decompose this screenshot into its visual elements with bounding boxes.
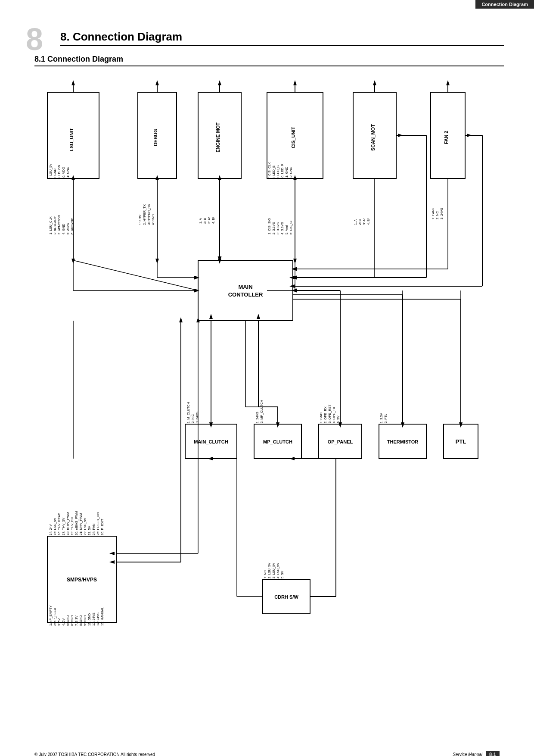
svg-text:19: THV_EN: 19: THV_EN: [70, 517, 74, 535]
svg-text:2: OPE_RX: 2: OPE_RX: [323, 406, 327, 423]
svg-text:CONTOLLER: CONTOLLER: [228, 291, 263, 298]
svg-text:1: GND: 1: GND: [319, 412, 323, 423]
svg-text:CDRH S/W: CDRH S/W: [274, 594, 298, 600]
svg-text:1: M_CLUTCH: 1: M_CLUTCH: [186, 402, 190, 423]
svg-text:1: 3.3V: 1: 3.3V: [379, 413, 383, 423]
svg-text:2: nLREADY: 2: nLREADY: [53, 216, 57, 234]
svg-text:20: nBIAS_PWM: 20: nBIAS_PWM: [75, 511, 78, 535]
svg-text:2: N.C: 2: N.C: [191, 414, 195, 423]
svg-text:25: FUSER_ON: 25: FUSER_ON: [96, 512, 100, 535]
svg-text:3: HYPER_RX: 3: HYPER_RX: [147, 204, 151, 225]
svg-text:7: CIS_CLK: 7: CIS_CLK: [267, 162, 271, 179]
svg-text:6: CIS_SI: 6: CIS_SI: [289, 221, 293, 234]
svg-text:24: FAN: 24: FAN: [92, 524, 96, 535]
svg-line-42: [73, 260, 198, 291]
svg-marker-168: [293, 259, 297, 264]
diagram-svg: LSU_UNIT DEBUG ENGINE MOT CIS_UNIT SCAN_…: [34, 79, 500, 734]
manual-label: Service Manual: [453, 752, 482, 756]
svg-text:3: nPMOTOR: 3: nPMOTOR: [57, 215, 61, 234]
page-number: 8-1: [486, 751, 500, 756]
section-title: 8.1 Connection Diagram: [34, 55, 504, 66]
svg-text:3: 5V: 3: 5V: [57, 618, 61, 626]
svg-text:11: 24VS: 11: 24VS: [92, 612, 96, 626]
svg-text:3: LSU_5V: 3: LSU_5V: [272, 563, 276, 578]
svg-text:ENGINE MOT: ENGINE MOT: [215, 122, 220, 153]
svg-text:3: 3.3VS: 3: 3.3VS: [276, 222, 280, 234]
svg-text:2: NC: 2: NC: [435, 211, 439, 219]
copyright-text: © July 2007 TOSHIBA TEC CORPORATION All …: [34, 752, 155, 756]
svg-text:1: 3.3V: 1: 3.3V: [138, 215, 142, 225]
svg-text:10: GND: 10: GND: [87, 613, 91, 626]
svg-text:4: OPE_TX: 4: OPE_TX: [332, 407, 336, 423]
svg-text:2: B: 2: B: [203, 218, 207, 224]
svg-text:5: Vref: 5: Vref: [285, 225, 289, 234]
svg-text:6: GND: 6: GND: [70, 615, 74, 626]
svg-text:2: LSU_5V: 2: LSU_5V: [267, 563, 271, 578]
svg-text:1: nP_EMPTY: 1: nP_EMPTY: [49, 605, 53, 626]
svg-text:THERMISTOR: THERMISTOR: [387, 439, 419, 444]
svg-text:3: OPE_RST: 3: OPE_RST: [328, 404, 332, 423]
svg-text:26: P_EXIT: 26: P_EXIT: [100, 519, 104, 535]
svg-text:9: LD_ON: 9: LD_ON: [57, 165, 61, 179]
svg-text:2: 3.3VS: 2: 3.3VS: [272, 222, 276, 234]
svg-text:5: 5V: 5: 5V: [280, 571, 284, 578]
svg-text:4: B/: 4: B/: [366, 218, 370, 225]
svg-text:5: 5V: 5: 5V: [336, 415, 340, 423]
svg-text:MAIN: MAIN: [238, 284, 252, 290]
svg-text:7: LSU_5V: 7: LSU_5V: [49, 164, 53, 179]
footer: © July 2007 TOSHIBA TEC CORPORATION All …: [0, 748, 534, 756]
svg-text:1: A: 1: A: [354, 219, 357, 225]
svg-text:4: GND: 4: GND: [62, 223, 65, 234]
svg-text:17: THV_5V: 17: THV_5V: [62, 518, 65, 535]
svg-text:PTL: PTL: [456, 438, 466, 445]
svg-marker-178: [467, 134, 472, 137]
svg-text:CIS_UNIT: CIS_UNIT: [291, 127, 296, 148]
svg-text:13: MANUAL: 13: MANUAL: [100, 607, 104, 626]
svg-text:SMPS/HVPS: SMPS/HVPS: [67, 577, 97, 583]
svg-text:2: nP_FEED: 2: nP_FEED: [53, 608, 57, 626]
svg-text:1: 24VS: 1: 24VS: [255, 412, 259, 423]
svg-text:MP_CLUTCH: MP_CLUTCH: [263, 439, 292, 444]
svg-text:8: GND: 8: GND: [53, 168, 57, 179]
svg-marker-162: [155, 259, 159, 264]
svg-text:8: LED_B: 8: LED_B: [272, 166, 276, 179]
svg-text:4: LSU_5V: 4: LSU_5V: [276, 563, 280, 578]
svg-text:2: MP_CLUTCH: 2: MP_CLUTCH: [260, 400, 264, 423]
svg-text:SCAN_MOT: SCAN_MOT: [370, 124, 376, 151]
svg-text:9: LED_G: 9: LED_G: [276, 165, 280, 179]
svg-text:15: LSU_5V: 15: LSU_5V: [53, 518, 57, 535]
svg-marker-38: [373, 80, 376, 85]
chapter-title: 8. Connection Diagram: [60, 30, 504, 46]
svg-text:14: 24V: 14: 24V: [49, 524, 53, 535]
svg-text:1: A: 1: A: [199, 218, 202, 224]
svg-text:3: 24VS: 3: 24VS: [440, 208, 444, 219]
svg-text:10: VDO: 10: VDO: [62, 167, 65, 179]
svg-text:11: GND: 11: GND: [285, 166, 289, 179]
svg-text:4: 3.3VS: 4: 3.3VS: [280, 222, 284, 234]
svg-text:18: nTHV_PWM: 18: nTHV_PWM: [66, 512, 70, 535]
svg-marker-159: [71, 259, 75, 264]
svg-text:2: PTL: 2: PTL: [384, 414, 388, 423]
svg-marker-198: [179, 317, 183, 322]
svg-text:22: LSU_5V: 22: LSU_5V: [83, 518, 87, 535]
svg-marker-34: [218, 80, 221, 85]
svg-text:11: GND: 11: GND: [66, 166, 70, 179]
svg-text:8: GND: 8: GND: [79, 615, 83, 626]
svg-text:4: B/: 4: B/: [211, 217, 215, 224]
svg-text:2: B: 2: B: [358, 219, 362, 225]
svg-text:1: LSU_CLK: 1: LSU_CLK: [49, 216, 53, 234]
svg-text:4: 5V: 4: 5V: [62, 618, 65, 626]
svg-text:12: 24VS: 12: 24VS: [96, 612, 100, 626]
svg-text:2: HYPER_TX: 2: HYPER_TX: [143, 204, 146, 225]
svg-text:12: GND: 12: GND: [289, 166, 293, 179]
chapter-number-graphic: 8: [26, 24, 43, 55]
svg-text:3: A/: 3: A/: [362, 218, 366, 225]
svg-text:3: 24VS: 3: 24VS: [195, 412, 199, 423]
svg-text:DEBUG: DEBUG: [153, 129, 158, 146]
svg-text:16: THV_READ: 16: THV_READ: [57, 512, 61, 535]
svg-text:5: 24VS: 5: 24VS: [66, 223, 70, 234]
svg-text:3: A/: 3: A/: [207, 217, 211, 224]
svg-marker-173: [398, 134, 403, 137]
svg-text:MAIN_CLUTCH: MAIN_CLUTCH: [194, 439, 228, 444]
svg-marker-40: [446, 80, 450, 85]
